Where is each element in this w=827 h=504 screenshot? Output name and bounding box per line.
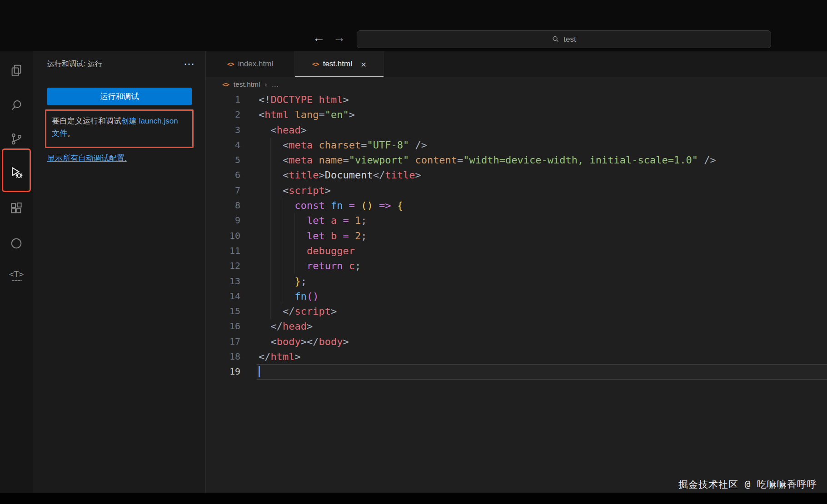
code-line[interactable]: 18</html> bbox=[206, 349, 827, 364]
line-number[interactable]: 9 bbox=[206, 213, 259, 228]
breadcrumb-more[interactable]: … bbox=[272, 80, 279, 89]
line-number[interactable]: 11 bbox=[206, 243, 259, 258]
line-number[interactable]: 15 bbox=[206, 304, 259, 319]
workbench: <T> ~~~ 运行和调试: 运行 ⋯ 运行和调试 要自定义运行和调试创建 la… bbox=[0, 51, 827, 493]
code-line[interactable]: 11 debugger bbox=[206, 243, 827, 258]
bottom-black-bar bbox=[0, 493, 827, 504]
line-number[interactable]: 3 bbox=[206, 123, 259, 138]
breadcrumb[interactable]: <> test.html › … bbox=[206, 77, 827, 92]
activity-bar: <T> ~~~ bbox=[0, 51, 33, 493]
code-line[interactable]: 4 <meta charset="UTF-8" /> bbox=[206, 138, 827, 153]
line-number[interactable]: 13 bbox=[206, 274, 259, 289]
title-bar: ← → test bbox=[0, 0, 827, 51]
tab-label: index.html bbox=[238, 59, 273, 69]
activity-item-extensions[interactable] bbox=[7, 199, 25, 217]
line-number[interactable]: 12 bbox=[206, 258, 259, 273]
code-line[interactable]: 19 bbox=[206, 364, 827, 379]
code-line[interactable]: 2<html lang="en"> bbox=[206, 107, 827, 122]
line-number[interactable]: 7 bbox=[206, 183, 259, 198]
sidebar-header: 运行和调试: 运行 ⋯ bbox=[33, 51, 205, 77]
line-number[interactable]: 5 bbox=[206, 153, 259, 168]
code-lines: 1<!DOCTYPE html>2<html lang="en">3 <head… bbox=[206, 92, 827, 380]
code-line[interactable]: 6 <title>Document</title> bbox=[206, 168, 827, 183]
line-number[interactable]: 2 bbox=[206, 107, 259, 122]
breadcrumb-file[interactable]: test.html bbox=[234, 80, 260, 89]
line-number[interactable]: 8 bbox=[206, 198, 259, 213]
code-line[interactable]: 14 fn() bbox=[206, 289, 827, 304]
hint-text: 要自定义运行和调试 bbox=[52, 117, 121, 125]
code-line[interactable]: 5 <meta name="viewport" content="width=d… bbox=[206, 153, 827, 168]
tab-test-html[interactable]: <> test.html × bbox=[295, 51, 384, 77]
line-number[interactable]: 14 bbox=[206, 289, 259, 304]
code-line[interactable]: 15 </script> bbox=[206, 304, 827, 319]
forward-button[interactable]: → bbox=[333, 32, 345, 44]
run-and-debug-button[interactable]: 运行和调试 bbox=[47, 88, 192, 105]
magnifier-icon bbox=[10, 99, 23, 112]
launch-json-hint-annotated: 要自定义运行和调试创建 launch.json 文件。 bbox=[45, 109, 194, 148]
html-file-icon: <> bbox=[227, 60, 234, 68]
run-debug-sidebar: 运行和调试: 运行 ⋯ 运行和调试 要自定义运行和调试创建 launch.jso… bbox=[33, 51, 206, 493]
search-value: test bbox=[563, 35, 576, 44]
search-icon bbox=[552, 35, 559, 43]
line-number[interactable]: 16 bbox=[206, 319, 259, 334]
show-auto-debug-configs-link[interactable]: 显示所有自动调试配置. bbox=[47, 153, 127, 163]
more-actions-button[interactable]: ⋯ bbox=[184, 59, 194, 69]
line-number[interactable]: 17 bbox=[206, 334, 259, 349]
activity-item-source-control[interactable] bbox=[7, 130, 25, 148]
code-line[interactable]: 1<!DOCTYPE html> bbox=[206, 92, 827, 107]
tab-bar: <> index.html <> test.html × bbox=[206, 51, 827, 77]
editor-group: <> index.html <> test.html × <> test.htm… bbox=[206, 51, 827, 493]
template-icon: <T> ~~~ bbox=[9, 270, 24, 284]
back-button[interactable]: ← bbox=[313, 32, 325, 44]
history-nav: ← → bbox=[313, 27, 345, 48]
code-line[interactable]: 3 <head> bbox=[206, 123, 827, 138]
hint-text-end: 。 bbox=[67, 129, 75, 138]
breadcrumb-separator: › bbox=[264, 80, 267, 89]
line-number[interactable]: 6 bbox=[206, 168, 259, 183]
line-number[interactable]: 4 bbox=[206, 138, 259, 153]
close-tab-icon[interactable]: × bbox=[361, 59, 366, 69]
circle-icon bbox=[10, 237, 23, 250]
activity-item-template-extension[interactable]: <T> ~~~ bbox=[7, 268, 25, 286]
run-debug-icon bbox=[9, 165, 24, 180]
tab-index-html[interactable]: <> index.html bbox=[206, 51, 295, 77]
code-line[interactable]: 12 return c; bbox=[206, 258, 827, 273]
files-icon bbox=[10, 64, 23, 77]
line-number[interactable]: 10 bbox=[206, 228, 259, 243]
activity-item-explorer[interactable] bbox=[7, 61, 25, 79]
code-line[interactable]: 9 let a = 1; bbox=[206, 213, 827, 228]
line-number[interactable]: 1 bbox=[206, 92, 259, 107]
activity-item-search[interactable] bbox=[7, 96, 25, 114]
watermark-text: 掘金技术社区 @ 吃嘛嘛香呼呼 bbox=[678, 478, 817, 491]
activity-item-circle-extension[interactable] bbox=[7, 234, 25, 252]
code-line[interactable]: 17 <body></body> bbox=[206, 334, 827, 349]
code-line[interactable]: 16 </head> bbox=[206, 319, 827, 334]
code-line[interactable]: 10 let b = 2; bbox=[206, 228, 827, 243]
tab-label: test.html bbox=[323, 59, 352, 69]
html-file-icon: <> bbox=[222, 81, 229, 88]
extensions-icon bbox=[10, 202, 23, 215]
code-line[interactable]: 8 const fn = () => { bbox=[206, 198, 827, 213]
line-number[interactable]: 19 bbox=[206, 364, 259, 379]
git-branch-icon bbox=[10, 132, 23, 146]
html-file-icon: <> bbox=[312, 60, 319, 68]
command-center-search[interactable]: test bbox=[357, 30, 771, 48]
vscode-window: ← → test bbox=[0, 0, 827, 504]
text-cursor bbox=[259, 366, 260, 377]
code-line[interactable]: 7 <script> bbox=[206, 183, 827, 198]
sidebar-title: 运行和调试: 运行 bbox=[47, 59, 102, 69]
code-editor[interactable]: 1<!DOCTYPE html>2<html lang="en">3 <head… bbox=[206, 92, 827, 493]
code-line[interactable]: 13 }; bbox=[206, 274, 827, 289]
line-number[interactable]: 18 bbox=[206, 349, 259, 364]
activity-item-run-debug[interactable] bbox=[7, 163, 25, 182]
